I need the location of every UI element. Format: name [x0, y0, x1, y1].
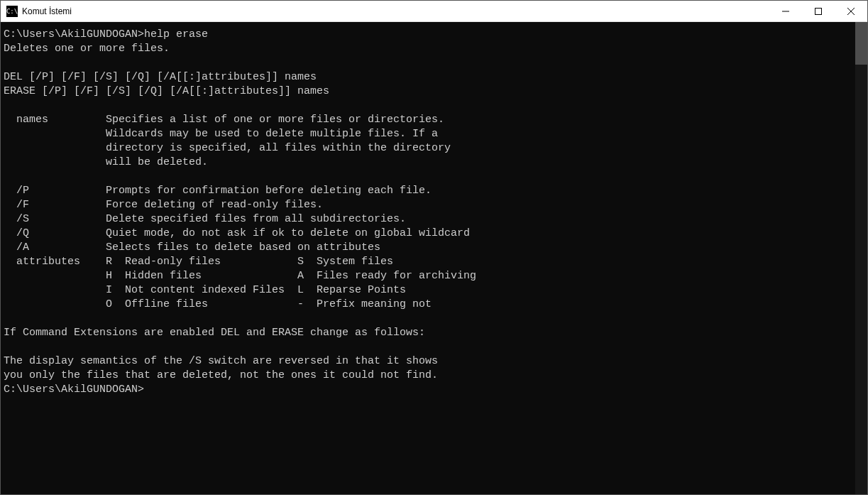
minimize-button[interactable] — [769, 1, 802, 21]
maximize-button[interactable] — [802, 1, 835, 21]
window-controls — [769, 1, 867, 21]
svg-rect-1 — [815, 8, 822, 14]
cmd-icon: C:\ — [6, 6, 18, 17]
close-button[interactable] — [835, 1, 867, 21]
terminal-area[interactable]: C:\Users\AkilGUNDOGAN>help erase Deletes… — [1, 22, 867, 494]
command-text: help erase — [144, 28, 208, 40]
window-titlebar: C:\ Komut İstemi — [1, 1, 867, 22]
scrollbar-thumb[interactable] — [855, 22, 867, 65]
scrollbar-track[interactable] — [855, 22, 867, 494]
command-line-2[interactable]: C:\Users\AkilGUNDOGAN> — [4, 383, 855, 397]
prompt-path: C:\Users\AkilGUNDOGAN> — [4, 28, 144, 40]
terminal-viewport[interactable]: C:\Users\AkilGUNDOGAN>help erase Deletes… — [1, 28, 855, 494]
command-line-1: C:\Users\AkilGUNDOGAN>help erase — [4, 28, 855, 42]
prompt-path: C:\Users\AkilGUNDOGAN> — [4, 384, 144, 396]
terminal-output: Deletes one or more files. DEL [/P] [/F]… — [4, 42, 855, 383]
window-title: Komut İstemi — [22, 6, 769, 16]
